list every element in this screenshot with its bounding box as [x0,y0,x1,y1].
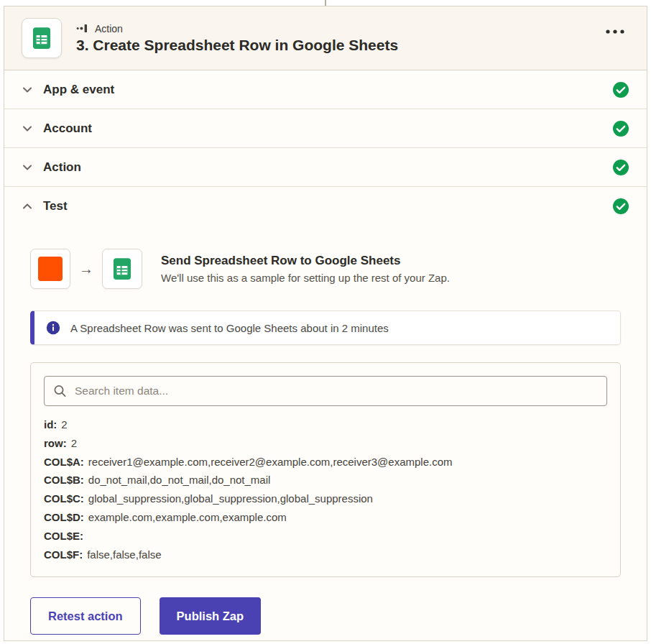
google-sheets-icon [110,257,134,281]
section-test[interactable]: Test [4,187,647,226]
data-row-row: row:2 [44,434,607,453]
info-icon [46,321,60,335]
action-type-icon [76,24,89,33]
sample-title: Send Spreadsheet Row to Google Sheets [161,254,450,268]
section-label: Test [43,199,602,213]
chevron-down-icon [22,123,33,134]
data-row-id: id:2 [44,415,607,434]
data-row-col-a: COL$A:receiver1@example.com,receiver2@ex… [44,453,607,472]
step-menu-button[interactable] [601,18,629,43]
zap-editor-step-panel: Action 3. Create Spreadsheet Row in Goog… [0,0,651,644]
step-type-label: Action [95,23,123,34]
section-label: App & event [43,83,602,97]
success-check-icon [612,81,629,98]
section-account[interactable]: Account [4,109,647,148]
data-row-col-d: COL$D:example.com,example.com,example.co… [44,508,607,527]
item-data-list: id:2 row:2 COL$A:receiver1@example.com,r… [44,415,607,564]
sample-text: Send Spreadsheet Row to Google Sheets We… [161,254,450,284]
success-check-icon [612,159,629,176]
info-banner: A Spreadsheet Row was sent to Google She… [30,310,621,345]
step-header-text: Action 3. Create Spreadsheet Row in Goog… [76,23,586,54]
ellipsis-icon [605,29,625,34]
step-title: 3. Create Spreadsheet Row in Google Shee… [76,37,586,54]
data-row-col-e: COL$E: [44,527,607,546]
step-card: Action 3. Create Spreadsheet Row in Goog… [4,6,647,641]
google-sheets-icon [29,26,54,50]
section-action[interactable]: Action [4,148,647,187]
google-sheets-app-icon [22,18,62,58]
success-check-icon [612,120,629,137]
chevron-down-icon [22,162,33,173]
search-box [44,376,607,406]
section-label: Account [43,121,602,136]
retest-action-button[interactable]: Retest action [30,597,141,635]
test-panel: → Send Spreadsheet Row to Google Sheets [4,226,647,640]
data-row-col-f: COL$F:false,false,false [44,546,607,564]
section-app-event[interactable]: App & event [4,70,647,109]
chevron-up-icon [22,201,33,212]
trigger-app-icon-tile [30,249,70,289]
publish-zap-button[interactable]: Publish Zap [160,597,262,635]
trigger-app-icon [38,257,63,281]
action-buttons-row: Retest action Publish Zap [30,597,621,635]
section-label: Action [43,160,602,175]
success-check-icon [612,198,629,215]
search-input[interactable] [44,376,607,406]
sample-summary-row: → Send Spreadsheet Row to Google Sheets [30,249,621,289]
data-row-col-c: COL$C:global_suppression,global_suppress… [44,489,607,508]
sheets-app-icon-tile [102,249,142,289]
info-banner-text: A Spreadsheet Row was sent to Google She… [70,322,389,334]
data-row-col-b: COL$B:do_not_mail,do_not_mail,do_not_mai… [44,471,607,489]
test-data-panel: id:2 row:2 COL$A:receiver1@example.com,r… [30,362,621,577]
search-icon [53,385,67,398]
step-type-row: Action [76,23,586,34]
arrow-right-icon: → [79,261,93,277]
chevron-down-icon [22,84,33,96]
step-header: Action 3. Create Spreadsheet Row in Goog… [4,6,647,70]
sample-subtitle: We'll use this as a sample for setting u… [161,272,450,284]
